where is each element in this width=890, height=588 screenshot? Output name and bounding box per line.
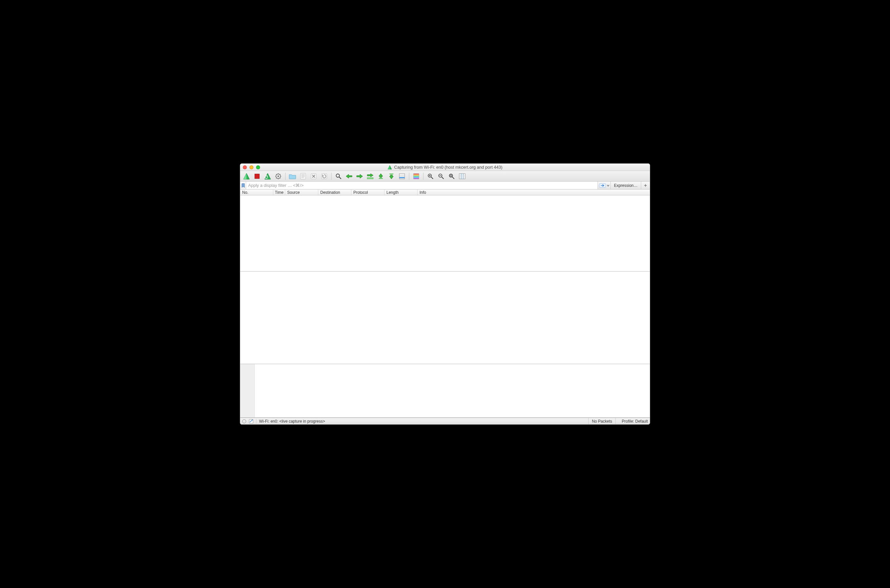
minimize-window-button[interactable] bbox=[249, 165, 254, 170]
column-time[interactable]: Time bbox=[273, 189, 285, 195]
main-toolbar bbox=[240, 171, 650, 182]
svg-rect-25 bbox=[389, 174, 393, 174]
svg-rect-35 bbox=[414, 178, 419, 178]
capture-comment-icon[interactable] bbox=[249, 419, 254, 424]
zoom-out-button[interactable] bbox=[436, 172, 446, 181]
go-to-packet-button[interactable] bbox=[365, 172, 375, 181]
chevron-down-icon bbox=[607, 184, 609, 187]
column-source[interactable]: Source bbox=[285, 189, 318, 195]
save-file-button[interactable] bbox=[298, 172, 308, 181]
column-protocol[interactable]: Protocol bbox=[351, 189, 384, 195]
svg-rect-24 bbox=[379, 178, 383, 179]
svg-rect-27 bbox=[399, 177, 405, 178]
app-fin-icon bbox=[387, 165, 392, 170]
column-length[interactable]: Length bbox=[384, 189, 417, 195]
stop-capture-button[interactable] bbox=[252, 172, 262, 181]
close-file-button[interactable] bbox=[309, 172, 319, 181]
toolbar-separator bbox=[285, 172, 285, 180]
display-filter-bar: Expression… + bbox=[240, 182, 650, 189]
window-title: Capturing from Wi-Fi: en0 (host mkcert.o… bbox=[394, 165, 502, 170]
svg-line-41 bbox=[442, 177, 444, 179]
svg-rect-46 bbox=[459, 174, 465, 179]
toolbar-separator bbox=[331, 172, 332, 180]
window-controls bbox=[243, 165, 260, 170]
svg-rect-45 bbox=[450, 175, 452, 176]
expression-button[interactable]: Expression… bbox=[611, 182, 641, 189]
open-file-button[interactable] bbox=[288, 172, 297, 181]
svg-point-2 bbox=[278, 175, 279, 177]
expression-label: Expression… bbox=[614, 183, 638, 188]
go-first-button[interactable] bbox=[376, 172, 386, 181]
svg-rect-32 bbox=[414, 175, 419, 176]
bytes-hex-area[interactable] bbox=[255, 364, 650, 417]
svg-point-20 bbox=[336, 174, 339, 177]
status-packet-count: No Packets bbox=[588, 418, 616, 424]
svg-rect-34 bbox=[414, 177, 419, 178]
svg-rect-31 bbox=[414, 174, 419, 175]
packet-bytes-pane[interactable] bbox=[240, 364, 650, 418]
column-no[interactable]: No. bbox=[240, 189, 273, 195]
app-window: Capturing from Wi-Fi: en0 (host mkcert.o… bbox=[240, 164, 650, 424]
svg-line-37 bbox=[431, 177, 433, 179]
zoom-window-button[interactable] bbox=[256, 165, 260, 170]
capture-options-button[interactable] bbox=[273, 172, 283, 181]
go-next-button[interactable] bbox=[355, 172, 365, 181]
status-profile[interactable]: Profile: Default bbox=[618, 419, 648, 424]
status-interface-text: Wi-Fi: en0: <live capture in progress> bbox=[259, 419, 325, 424]
statusbar-separator bbox=[256, 419, 257, 424]
go-prev-button[interactable] bbox=[344, 172, 354, 181]
expert-info-icon[interactable] bbox=[242, 419, 246, 423]
colorize-button[interactable] bbox=[411, 172, 421, 181]
zoom-in-button[interactable] bbox=[425, 172, 435, 181]
restart-capture-button[interactable] bbox=[263, 172, 273, 181]
svg-line-44 bbox=[452, 177, 454, 179]
filter-bookmark-button[interactable] bbox=[240, 182, 246, 189]
svg-point-43 bbox=[449, 174, 453, 177]
go-last-button[interactable] bbox=[386, 172, 396, 181]
resize-columns-button[interactable] bbox=[457, 172, 467, 181]
display-filter-input[interactable] bbox=[246, 182, 597, 189]
toolbar-separator bbox=[409, 172, 409, 180]
bytes-offset-gutter bbox=[240, 364, 255, 417]
svg-rect-0 bbox=[255, 174, 260, 178]
toolbar-separator bbox=[423, 172, 423, 180]
column-info[interactable]: Info bbox=[417, 189, 650, 195]
zoom-reset-button[interactable] bbox=[447, 172, 456, 181]
svg-rect-33 bbox=[414, 176, 419, 177]
titlebar[interactable]: Capturing from Wi-Fi: en0 (host mkcert.o… bbox=[240, 164, 650, 171]
add-filter-button[interactable]: + bbox=[641, 182, 650, 189]
autoscroll-button[interactable] bbox=[397, 172, 407, 181]
column-destination[interactable]: Destination bbox=[318, 189, 351, 195]
packet-list-pane[interactable] bbox=[240, 195, 650, 272]
apply-filter-button[interactable] bbox=[597, 182, 611, 189]
svg-line-21 bbox=[339, 177, 341, 179]
status-bar: Wi-Fi: en0: <live capture in progress> N… bbox=[240, 418, 650, 424]
packet-list-header: No. Time Source Destination Protocol Len… bbox=[240, 189, 650, 195]
find-packet-button[interactable] bbox=[333, 172, 344, 181]
svg-rect-11 bbox=[300, 173, 306, 179]
start-capture-button[interactable] bbox=[242, 172, 251, 181]
svg-point-54 bbox=[252, 419, 253, 420]
reload-file-button[interactable] bbox=[319, 172, 329, 181]
packet-details-pane[interactable] bbox=[240, 272, 650, 364]
close-window-button[interactable] bbox=[243, 165, 247, 170]
plus-label: + bbox=[644, 183, 647, 189]
